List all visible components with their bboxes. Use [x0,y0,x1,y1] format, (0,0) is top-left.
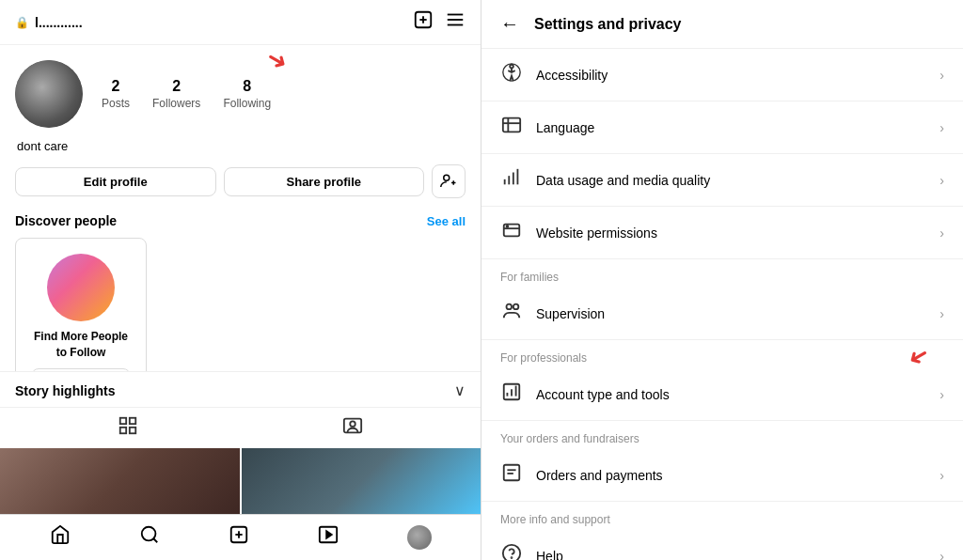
section-orders: Your orders and fundraisers [482,421,963,449]
left-panel: 🔒 l............ [0,0,482,560]
edit-profile-button[interactable]: Edit profile [15,167,216,196]
supervision-label: Supervision [536,306,605,321]
section-families: For families [482,259,963,288]
create-icon[interactable] [229,524,249,551]
settings-item-left-website: Website permissions [500,220,657,245]
chevron-right-icon: › [939,173,944,188]
chevron-right-icon: › [939,549,944,561]
svg-rect-10 [130,418,135,424]
add-person-button[interactable] [432,164,466,198]
section-professionals: For professionals [482,340,963,368]
settings-item-left-help: Help [500,543,563,560]
chevron-right-icon: › [939,120,944,135]
top-bar-actions [413,9,466,35]
profile-nav-avatar[interactable] [407,525,432,550]
settings-item-left-orders: Orders and payments [500,462,663,488]
svg-line-16 [153,538,157,542]
accessibility-icon [500,62,523,87]
settings-item-website-permissions[interactable]: Website permissions › [482,207,963,259]
lock-icon: 🔒 [15,16,29,29]
add-button[interactable] [413,9,434,35]
settings-title: Settings and privacy [534,16,682,33]
stats: 2 Posts 2 Followers 8 Following ➜ [102,78,271,110]
display-name: dont care [15,139,466,153]
svg-point-22 [510,65,513,69]
section-support: More info and support [482,502,963,530]
back-button[interactable]: ← [500,13,519,35]
svg-point-14 [351,421,356,427]
find-more-label: Find More Peopleto Follow [34,329,128,361]
settings-item-help[interactable]: Help › [482,530,963,560]
discover-card: Find More Peopleto Follow See all [15,238,147,371]
share-profile-button[interactable]: Share profile [224,167,425,196]
account-type-label: Account type and tools [536,387,670,402]
posts-label: Posts [102,97,130,110]
settings-item-left-data: Data usage and media quality [500,167,710,193]
avatar [15,60,83,128]
language-label: Language [536,120,594,135]
orders-icon [500,462,523,488]
svg-point-34 [507,304,513,310]
svg-point-6 [444,175,450,180]
discover-see-all[interactable]: See all [427,214,466,228]
settings-item-orders[interactable]: Orders and payments › [482,449,963,502]
settings-item-left-supervision: Supervision [500,301,605,326]
username-text: l............ [35,15,83,30]
data-usage-icon [500,167,523,193]
reels-icon[interactable] [318,524,339,551]
help-icon [500,543,523,560]
settings-item-accessibility[interactable]: Accessibility › [482,49,963,101]
discover-avatars [47,254,115,321]
chevron-down-icon[interactable]: ∨ [454,381,466,399]
settings-item-supervision[interactable]: Supervision › [482,288,963,340]
profile-section: 2 Posts 2 Followers 8 Following ➜ dont c… [0,45,481,213]
profile-buttons: Edit profile Share profile [15,164,466,198]
menu-button[interactable] [445,9,466,35]
settings-item-account-type[interactable]: Account type and tools › ➜ [482,368,963,421]
posts-count: 2 [112,78,120,95]
data-usage-label: Data usage and media quality [536,173,710,188]
language-icon [500,115,523,140]
profile-info: 2 Posts 2 Followers 8 Following ➜ [15,60,466,128]
settings-item-data-usage[interactable]: Data usage and media quality › [482,154,963,207]
thumbnail-1[interactable] [0,448,240,514]
svg-marker-21 [326,531,332,537]
chevron-right-icon: › [939,68,944,83]
chevron-right-icon: › [939,387,944,402]
right-panel: ← Settings and privacy Accessibility › [482,0,963,560]
settings-item-language[interactable]: Language › [482,101,963,154]
svg-point-15 [141,527,155,541]
website-permissions-label: Website permissions [536,226,657,241]
username-bar: 🔒 l............ [15,15,83,30]
svg-point-35 [513,304,519,310]
account-type-icon [500,381,523,407]
grid-icon[interactable] [118,415,138,441]
settings-item-left-accessibility: Accessibility [500,62,608,87]
chevron-right-icon: › [939,306,944,321]
website-permissions-icon [500,220,523,245]
followers-count: 2 [172,78,181,95]
person-tag-icon[interactable] [342,415,363,441]
thumbnails [0,448,481,514]
posts-stat: 2 Posts [102,78,130,110]
chevron-right-icon: › [939,226,944,241]
bottom-nav [0,514,481,560]
grid-row [0,407,481,448]
followers-stat: 2 Followers [152,78,200,110]
svg-point-44 [512,557,513,558]
svg-rect-12 [130,428,135,433]
svg-rect-9 [120,418,126,424]
svg-rect-11 [120,428,126,433]
help-label: Help [536,549,563,561]
accessibility-label: Accessibility [536,68,608,83]
supervision-icon [500,301,523,326]
chevron-right-icon: › [939,468,944,483]
red-arrow-following: ➜ [261,43,294,79]
settings-item-left-language: Language [500,115,594,140]
thumbnail-2[interactable] [242,448,482,514]
following-label: Following [223,97,271,110]
discover-header: Discover people See all [15,213,466,228]
search-icon[interactable] [139,524,160,551]
home-icon[interactable] [50,524,71,551]
discover-section: Discover people See all Find More People… [0,213,481,371]
